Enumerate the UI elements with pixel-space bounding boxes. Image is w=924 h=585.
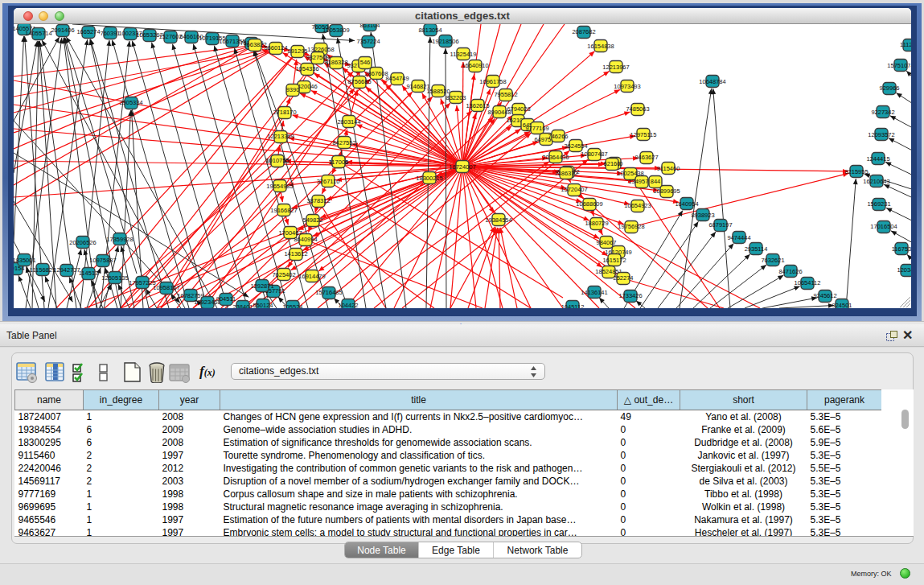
svg-text:16210643: 16210643 bbox=[863, 178, 889, 185]
svg-text:17359928: 17359928 bbox=[106, 236, 133, 243]
svg-text:1362615: 1362615 bbox=[466, 102, 489, 109]
svg-text:16640910: 16640910 bbox=[462, 62, 488, 69]
svg-text:12505135: 12505135 bbox=[101, 274, 128, 282]
svg-text:8938923: 8938923 bbox=[691, 212, 714, 219]
svg-text:9777169: 9777169 bbox=[525, 125, 548, 132]
svg-text:550124: 550124 bbox=[253, 302, 273, 308]
svg-text:7357224: 7357224 bbox=[356, 38, 380, 45]
svg-text:12213967: 12213967 bbox=[602, 64, 629, 71]
svg-text:19166827: 19166827 bbox=[270, 207, 297, 214]
svg-text:117006: 117006 bbox=[329, 159, 348, 166]
svg-text:10688609: 10688609 bbox=[576, 200, 602, 208]
svg-text:1733426: 1733426 bbox=[618, 292, 642, 299]
svg-text:12093572: 12093572 bbox=[868, 131, 894, 138]
svg-text:1569231: 1569231 bbox=[867, 200, 890, 208]
svg-text:114513: 114513 bbox=[79, 270, 98, 277]
svg-text:1527602: 1527602 bbox=[158, 33, 182, 40]
svg-text:16914479: 16914479 bbox=[298, 273, 325, 280]
svg-text:8660124: 8660124 bbox=[264, 44, 287, 51]
svg-text:120345: 120345 bbox=[897, 266, 911, 274]
svg-text:7955812: 7955812 bbox=[494, 91, 517, 98]
svg-text:19756928: 19756928 bbox=[618, 223, 644, 230]
svg-text:2087682: 2087682 bbox=[572, 28, 595, 35]
svg-text:111254: 111254 bbox=[900, 41, 911, 48]
svg-text:924501: 924501 bbox=[832, 302, 852, 308]
svg-text:10053809: 10053809 bbox=[322, 27, 349, 34]
svg-text:19654985: 19654985 bbox=[266, 183, 293, 190]
svg-text:1880729: 1880729 bbox=[585, 220, 608, 227]
svg-text:15716485: 15716485 bbox=[315, 289, 342, 296]
svg-text:17957225: 17957225 bbox=[129, 279, 155, 286]
svg-text:1010755: 1010755 bbox=[265, 157, 289, 164]
svg-text:8640994: 8640994 bbox=[294, 236, 317, 243]
svg-text:2867608: 2867608 bbox=[364, 70, 388, 77]
svg-text:1054336: 1054336 bbox=[295, 65, 318, 72]
svg-text:9390: 9390 bbox=[286, 86, 300, 93]
svg-text:11325419: 11325419 bbox=[450, 51, 477, 58]
svg-text:2905334: 2905334 bbox=[119, 99, 142, 106]
svg-text:20364436: 20364436 bbox=[542, 154, 569, 161]
svg-text:7663822: 7663822 bbox=[243, 41, 266, 48]
svg-text:9227342: 9227342 bbox=[871, 109, 894, 116]
svg-text:10899695: 10899695 bbox=[653, 187, 680, 195]
svg-text:1665274: 1665274 bbox=[76, 28, 100, 35]
svg-text:10975887: 10975887 bbox=[89, 257, 116, 264]
svg-text:18300215: 18300215 bbox=[416, 175, 442, 182]
svg-text:12975115: 12975115 bbox=[630, 131, 657, 138]
svg-text:8427552: 8427552 bbox=[332, 139, 355, 146]
svg-text:1835001: 1835001 bbox=[14, 257, 36, 264]
svg-text:104422: 104422 bbox=[338, 302, 358, 308]
svg-text:863104: 863104 bbox=[359, 24, 380, 29]
svg-text:549822: 549822 bbox=[302, 216, 322, 224]
svg-text:116753: 116753 bbox=[892, 245, 911, 253]
svg-text:8471626: 8471626 bbox=[778, 268, 802, 275]
svg-text:14055714: 14055714 bbox=[25, 30, 51, 37]
svg-text:1244415: 1244415 bbox=[866, 155, 889, 163]
svg-text:891295: 891295 bbox=[287, 47, 307, 55]
svg-text:8186328: 8186328 bbox=[324, 59, 347, 66]
svg-text:20206526: 20206526 bbox=[69, 239, 96, 246]
svg-text:11156829: 11156829 bbox=[30, 266, 55, 274]
svg-text:6879197: 6879197 bbox=[708, 221, 732, 229]
svg-text:832203: 832203 bbox=[446, 94, 466, 101]
svg-text:929966: 929966 bbox=[879, 84, 899, 92]
svg-text:10654112: 10654112 bbox=[795, 279, 821, 286]
svg-text:1615172: 1615172 bbox=[602, 257, 626, 264]
svg-text:9474444: 9474444 bbox=[727, 234, 750, 241]
svg-text:9463627: 9463627 bbox=[634, 154, 658, 161]
svg-text:2718170: 2718170 bbox=[273, 109, 296, 116]
svg-text:16154838: 16154838 bbox=[587, 43, 614, 50]
svg-text:17016504: 17016504 bbox=[870, 223, 897, 230]
svg-text:105524: 105524 bbox=[282, 303, 302, 308]
svg-text:8813054: 8813054 bbox=[418, 27, 441, 34]
svg-text:7632621: 7632621 bbox=[761, 257, 784, 264]
svg-text:904511: 904511 bbox=[216, 295, 236, 303]
svg-text:10648784: 10648784 bbox=[699, 78, 725, 85]
svg-text:10973493: 10973493 bbox=[614, 83, 640, 90]
svg-text:546: 546 bbox=[360, 59, 371, 66]
svg-text:15720407: 15720407 bbox=[561, 186, 587, 193]
svg-text:8756685: 8756685 bbox=[347, 78, 371, 85]
svg-text:3878312: 3878312 bbox=[306, 197, 330, 204]
svg-text:62160: 62160 bbox=[604, 160, 621, 167]
svg-text:12942737: 12942737 bbox=[53, 266, 80, 274]
svg-text:2803144: 2803144 bbox=[337, 118, 360, 126]
svg-text:238401: 238401 bbox=[232, 303, 253, 308]
svg-text:10807487: 10807487 bbox=[581, 150, 607, 158]
svg-text:7625402: 7625402 bbox=[272, 271, 295, 278]
svg-text:8454749: 8454749 bbox=[385, 75, 409, 82]
svg-text:746266: 746266 bbox=[548, 133, 568, 140]
svg-text:7485063: 7485063 bbox=[626, 105, 649, 113]
svg-text:1045112: 1045112 bbox=[561, 303, 585, 308]
svg-text:1413612: 1413612 bbox=[284, 250, 307, 257]
svg-text:6794028: 6794028 bbox=[507, 105, 530, 113]
svg-text:2091406: 2091406 bbox=[51, 27, 74, 34]
svg-text:9115460: 9115460 bbox=[657, 165, 680, 172]
svg-text:10654923: 10654923 bbox=[624, 202, 651, 209]
svg-text:19384554: 19384554 bbox=[485, 216, 511, 224]
svg-text:16961758: 16961758 bbox=[479, 78, 506, 85]
svg-text:19218506: 19218506 bbox=[432, 38, 458, 45]
svg-text:1640954: 1640954 bbox=[675, 200, 698, 208]
svg-text:18724007: 18724007 bbox=[449, 163, 475, 171]
svg-text:12213369: 12213369 bbox=[267, 133, 294, 140]
